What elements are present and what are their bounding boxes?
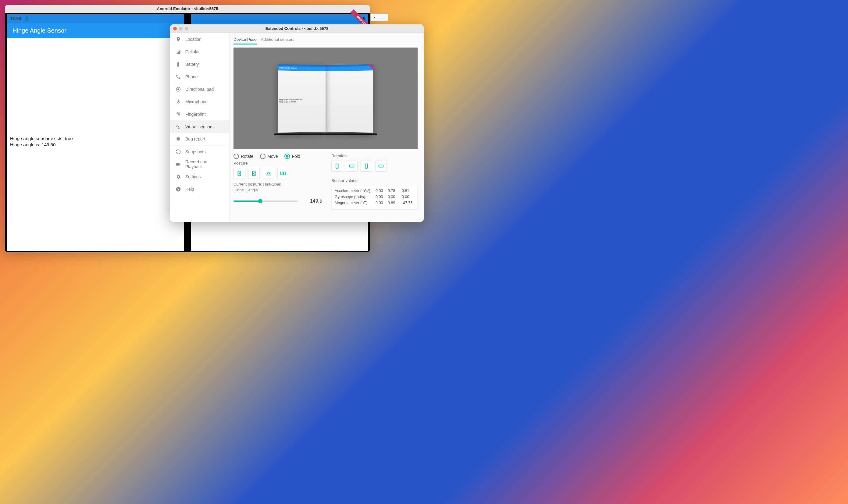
tab-device-pose[interactable]: Device Pose — [233, 37, 257, 44]
hinge-angle-slider[interactable] — [233, 200, 298, 202]
fold-right-screen — [325, 64, 373, 132]
fingerprint-icon — [176, 111, 181, 117]
sensor-values-box: Accelerometer (m/s²): 0.00 9.78 0.81 Gyr… — [331, 186, 418, 210]
sidebar-item-location[interactable]: Location — [170, 33, 230, 46]
sidebar-item-label: Help — [185, 187, 194, 192]
sidebar-item-microphone[interactable]: Microphone — [170, 95, 230, 108]
status-bar-right: ▲ ▮ — [191, 14, 368, 23]
ext-body: Location Cellular Battery Phone — [170, 33, 424, 222]
sensor-x: 0.00 — [375, 195, 387, 199]
sensor-z: 0.00 — [402, 195, 417, 199]
sidebar-item-label: Snapshots — [185, 149, 206, 154]
sidebar-item-label: Bug report — [185, 137, 205, 141]
rotation-portrait-button[interactable] — [331, 161, 343, 172]
radio-rotate[interactable]: Rotate — [233, 154, 253, 159]
sidebar-item-virtual-sensors[interactable]: Virtual sensors — [170, 120, 230, 133]
sensor-x: 0.00 — [375, 201, 387, 205]
microphone-icon — [176, 99, 181, 105]
sidebar-item-battery[interactable]: Battery — [170, 58, 230, 70]
emulator-titlebar[interactable]: Android Emulator - <build>:5575 — [5, 5, 370, 13]
sensor-y: 9.89 — [388, 201, 401, 205]
ext-sidebar: Location Cellular Battery Phone — [170, 33, 230, 222]
sidebar-item-label: Directional pad — [185, 87, 214, 92]
sidebar-item-label: Location — [185, 37, 201, 42]
bug-icon — [176, 136, 181, 142]
app-content: Hinge angle sensor exists: true Hinge an… — [7, 129, 184, 154]
rotation-label: Rotation — [331, 154, 418, 158]
sensor-x: 0.00 — [375, 188, 387, 193]
rotation-landscape-button[interactable] — [346, 161, 357, 172]
zoom-button[interactable] — [185, 27, 188, 31]
svg-rect-10 — [379, 165, 384, 167]
snapshots-icon — [176, 149, 181, 155]
minimize-icon[interactable]: — — [381, 15, 385, 20]
gear-icon — [176, 174, 181, 179]
sensor-y: 0.00 — [388, 195, 401, 199]
sidebar-item-snapshots[interactable]: Snapshots — [170, 145, 230, 158]
sidebar-item-record[interactable]: Record and Playback — [170, 158, 230, 170]
traffic-lights — [170, 27, 188, 31]
radio-label: Rotate — [241, 154, 253, 159]
right-controls: Rotation — [331, 154, 418, 210]
posture-flat-button[interactable] — [277, 168, 289, 179]
hinge-angle-value: 149.5 — [307, 198, 322, 204]
preview-line2: Hinge angle is: 149.50 — [279, 101, 324, 103]
device-pose-preview[interactable]: Hinge Angle Sensor Hinge angle sensor ex… — [233, 48, 418, 149]
radio-move[interactable]: Move — [260, 154, 278, 159]
sidebar-item-fingerprint[interactable]: Fingerprint — [170, 108, 230, 120]
location-icon — [176, 37, 181, 42]
device-left-half: 12:50 👤 Hinge Angle Sensor Hinge angle s… — [7, 14, 184, 251]
status-time: 12:50 — [10, 16, 21, 21]
sidebar-item-bug-report[interactable]: Bug report — [170, 133, 230, 145]
hinge-angle-label: Hinge 1 angle — [233, 188, 322, 192]
sidebar-item-label: Battery — [185, 62, 199, 67]
sidebar-item-dpad[interactable]: Directional pad — [170, 83, 230, 95]
app-bar: Hinge Angle Sensor — [7, 23, 184, 38]
fold-base-shadow — [274, 133, 377, 135]
rotation-portrait-reverse-button[interactable] — [360, 161, 372, 172]
close-button[interactable] — [173, 27, 177, 31]
minimize-button[interactable] — [179, 27, 182, 31]
battery-icon — [176, 61, 181, 67]
posture-half-open-button[interactable] — [263, 168, 274, 179]
fold-left-screen: Hinge Angle Sensor Hinge angle sensor ex… — [278, 64, 325, 132]
ext-titlebar[interactable]: Extended Controls - <build>:5578 — [170, 24, 424, 33]
sidebar-item-label: Cellular — [185, 49, 200, 54]
sidebar-item-settings[interactable]: Settings — [170, 170, 230, 183]
content-line-1: Hinge angle sensor exists: true — [10, 136, 181, 142]
nav-indicator-right[interactable] — [258, 248, 301, 249]
rotation-landscape-reverse-button[interactable] — [375, 161, 387, 172]
mini-control-window: × — — [370, 13, 388, 21]
sidebar-item-label: Fingerprint — [185, 112, 206, 117]
close-icon[interactable]: × — [373, 15, 376, 20]
app-title: Hinge Angle Sensor — [13, 27, 67, 34]
foldable-3d-model[interactable]: Hinge Angle Sensor Hinge angle sensor ex… — [278, 65, 373, 132]
svg-point-1 — [178, 88, 179, 90]
radio-ring-icon — [233, 154, 239, 159]
nav-indicator-left[interactable] — [74, 248, 117, 249]
ext-title: Extended Controls - <build>:5578 — [170, 26, 424, 31]
help-icon — [176, 186, 181, 192]
radio-fold[interactable]: Fold — [284, 154, 300, 159]
sidebar-item-cellular[interactable]: Cellular — [170, 46, 230, 58]
posture-flipped-button[interactable] — [248, 168, 260, 179]
cellular-icon — [176, 49, 181, 55]
sidebar-item-help[interactable]: Help — [170, 183, 230, 195]
tab-additional-sensors[interactable]: Additional sensors — [261, 37, 295, 44]
record-icon — [176, 162, 181, 167]
sidebar-item-label: Phone — [185, 74, 197, 79]
radio-label: Fold — [292, 154, 300, 159]
svg-rect-4 — [252, 171, 255, 176]
dpad-icon — [176, 87, 181, 92]
controls-row: Rotate Move Fold Posture — [233, 154, 418, 210]
radio-ring-icon — [260, 154, 265, 159]
sensor-label: Gyroscope (rad/s): — [335, 195, 374, 199]
posture-closed-button[interactable] — [233, 168, 245, 179]
sidebar-item-label: Record and Playback — [185, 159, 224, 169]
status-app-icon: 👤 — [24, 16, 29, 21]
sidebar-item-phone[interactable]: Phone — [170, 70, 230, 83]
sensor-label: Accelerometer (m/s²): — [335, 188, 374, 193]
sensor-z: 0.81 — [402, 188, 417, 193]
sensor-row-gyro: Gyroscope (rad/s): 0.00 0.00 0.00 — [335, 195, 414, 199]
svg-point-2 — [178, 126, 179, 127]
